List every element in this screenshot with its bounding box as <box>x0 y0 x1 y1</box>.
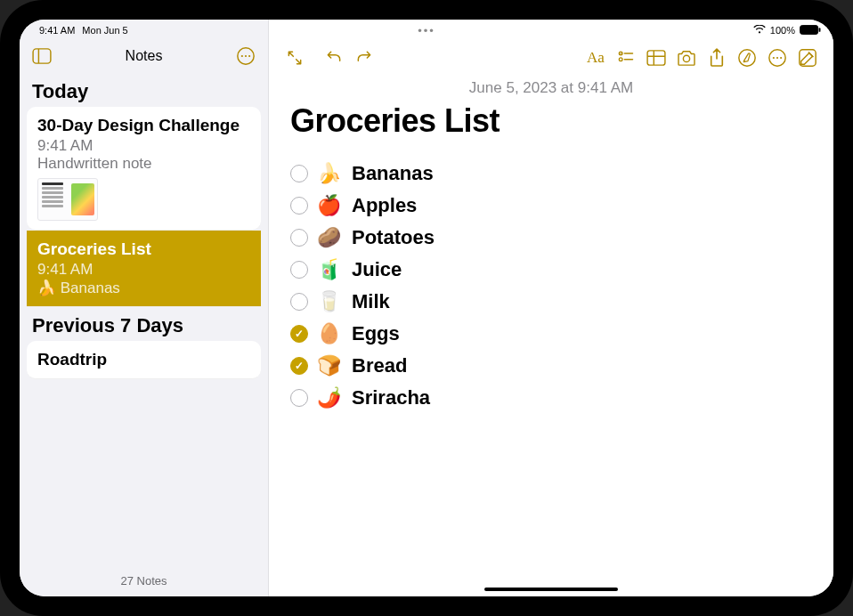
wifi-icon <box>753 25 766 36</box>
item-label: Apples <box>352 194 417 217</box>
camera-icon[interactable] <box>673 45 700 71</box>
checklist: 🍌Bananas🍎Apples🥔Potatoes🧃Juice🥛Milk🥚Eggs… <box>290 158 812 414</box>
checkbox-icon[interactable] <box>290 229 308 247</box>
expand-icon[interactable] <box>281 45 308 71</box>
redo-icon[interactable] <box>351 45 378 71</box>
checklist-item[interactable]: 🌶️Sriracha <box>290 382 812 414</box>
svg-rect-12 <box>647 51 665 65</box>
table-icon[interactable] <box>643 45 670 71</box>
note-date: June 5, 2023 at 9:41 AM <box>269 77 833 102</box>
checkbox-icon[interactable] <box>290 325 308 343</box>
checklist-icon[interactable] <box>613 45 639 71</box>
compose-icon[interactable] <box>794 45 821 71</box>
item-label: Milk <box>352 290 390 313</box>
markup-icon[interactable] <box>734 45 760 71</box>
home-indicator[interactable] <box>484 588 618 591</box>
note-item-design-challenge[interactable]: 30-Day Design Challenge 9:41 AM Handwrit… <box>27 107 261 231</box>
note-preview: 🍌 Bananas <box>37 279 250 297</box>
item-label: Bread <box>352 354 407 377</box>
note-title: Groceries List <box>37 239 250 259</box>
svg-point-16 <box>739 50 755 66</box>
svg-point-5 <box>241 55 243 57</box>
item-emoji: 🍎 <box>317 194 341 217</box>
note-heading: Groceries List <box>290 102 812 140</box>
svg-point-19 <box>776 57 778 59</box>
more-icon[interactable] <box>764 45 791 71</box>
sidebar-title: Notes <box>126 48 163 64</box>
svg-point-15 <box>683 55 689 61</box>
note-item-roadtrip[interactable]: Roadtrip <box>27 341 261 379</box>
svg-point-7 <box>248 55 250 57</box>
more-options-icon[interactable] <box>234 45 257 68</box>
note-title: 30-Day Design Challenge <box>37 116 250 135</box>
svg-rect-1 <box>819 28 821 32</box>
app-pill-icon[interactable]: ••• <box>418 24 435 37</box>
note-content-pane: Aa <box>269 20 833 596</box>
notes-count-footer: 27 Notes <box>20 567 268 596</box>
svg-point-18 <box>773 57 775 59</box>
checklist-item[interactable]: 🍌Bananas <box>290 158 812 190</box>
checkbox-icon[interactable] <box>290 357 308 375</box>
checklist-item[interactable]: 🥛Milk <box>290 286 812 318</box>
item-emoji: 🥛 <box>317 290 341 313</box>
checklist-item[interactable]: 🥔Potatoes <box>290 222 812 254</box>
svg-point-20 <box>780 57 782 59</box>
svg-rect-2 <box>33 49 51 63</box>
checkbox-icon[interactable] <box>290 293 308 311</box>
content-toolbar: Aa <box>269 41 833 77</box>
item-emoji: 🥔 <box>317 226 341 249</box>
status-date: Mon Jun 5 <box>82 25 127 36</box>
item-emoji: 🧃 <box>317 258 341 281</box>
note-preview: Handwritten note <box>37 155 250 173</box>
checkbox-icon[interactable] <box>290 197 308 215</box>
ipad-frame: 9:41 AM Mon Jun 5 100% ••• Notes <box>0 0 853 616</box>
battery-percent: 100% <box>770 25 795 36</box>
checkbox-icon[interactable] <box>290 389 308 407</box>
note-time: 9:41 AM <box>37 261 250 279</box>
note-body[interactable]: Groceries List 🍌Bananas🍎Apples🥔Potatoes🧃… <box>269 102 833 414</box>
note-time: 9:41 AM <box>37 137 250 155</box>
item-label: Potatoes <box>352 226 435 249</box>
sidebar-toggle-icon[interactable] <box>30 45 53 68</box>
svg-rect-21 <box>800 50 816 66</box>
item-emoji: 🍌 <box>317 162 341 185</box>
item-label: Eggs <box>352 322 400 345</box>
note-thumbnail <box>37 178 98 221</box>
section-today: Today <box>20 73 268 107</box>
svg-point-6 <box>245 55 247 57</box>
checklist-item[interactable]: 🥚Eggs <box>290 318 812 350</box>
item-emoji: 🥚 <box>317 322 341 345</box>
ipad-screen: 9:41 AM Mon Jun 5 100% ••• Notes <box>20 20 833 596</box>
checklist-item[interactable]: 🍞Bread <box>290 350 812 382</box>
section-previous-7: Previous 7 Days <box>27 307 261 341</box>
item-label: Sriracha <box>352 386 430 409</box>
notes-list[interactable]: 30-Day Design Challenge 9:41 AM Handwrit… <box>20 107 268 567</box>
checklist-item[interactable]: 🍎Apples <box>290 190 812 222</box>
share-icon[interactable] <box>703 45 730 71</box>
item-label: Juice <box>352 258 402 281</box>
status-time: 9:41 AM <box>39 25 75 36</box>
battery-icon <box>800 25 821 36</box>
note-item-groceries[interactable]: Groceries List 9:41 AM 🍌 Bananas <box>27 231 261 307</box>
checkbox-icon[interactable] <box>290 165 308 182</box>
checkbox-icon[interactable] <box>290 261 308 279</box>
svg-rect-0 <box>800 25 818 34</box>
item-label: Bananas <box>352 162 434 185</box>
undo-icon[interactable] <box>321 45 347 71</box>
note-title: Roadtrip <box>37 350 250 369</box>
item-emoji: 🌶️ <box>317 386 341 409</box>
sidebar: Notes Today 30-Day Design Challenge 9:41… <box>20 20 269 596</box>
text-format-icon[interactable]: Aa <box>582 45 609 71</box>
checklist-item[interactable]: 🧃Juice <box>290 254 812 286</box>
item-emoji: 🍞 <box>317 354 341 377</box>
svg-point-10 <box>619 58 622 61</box>
